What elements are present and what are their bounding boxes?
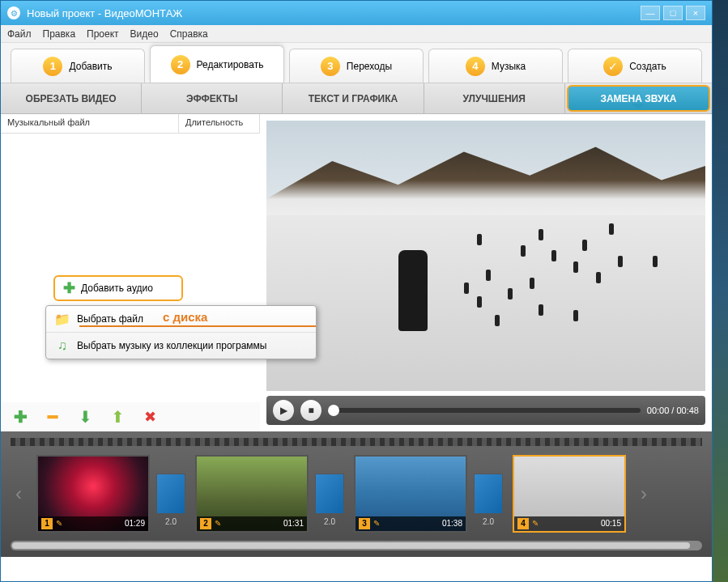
clip-2-time: 01:31 [283, 519, 304, 528]
step-4-icon: 4 [466, 57, 485, 76]
audio-list: ✚ Добавить аудио 📁 Выбрать файл ♫ Выбрат… [1, 134, 260, 402]
step-1-icon: 1 [43, 57, 62, 76]
titlebar: ⚙ Новый проект - ВидеоМОНТАЖ — □ × [1, 1, 712, 25]
tab-add[interactable]: 1 Добавить [11, 49, 145, 83]
clip-2[interactable]: 2 ✎ 01:31 [195, 455, 309, 533]
audio-list-panel: Музыкальный файл Длительность ✚ Добавить… [1, 114, 260, 431]
transition-2[interactable]: 2.0 [315, 474, 344, 514]
maximize-button[interactable]: □ [663, 6, 683, 20]
app-icon: ⚙ [7, 6, 20, 19]
subtab-trim[interactable]: ОБРЕЗАТЬ ВИДЕО [1, 83, 142, 113]
transition-1-label: 2.0 [157, 517, 185, 526]
step-tabs: 1 Добавить 2 Редактировать 3 Переходы 4 … [1, 43, 712, 83]
app-window: ⚙ Новый проект - ВидеоМОНТАЖ — □ × Файл … [0, 0, 713, 582]
music-icon: ♫ [54, 338, 70, 354]
main-area: Музыкальный файл Длительность ✚ Добавить… [1, 114, 712, 431]
step-2-icon: 2 [171, 55, 190, 74]
progress-thumb[interactable] [328, 405, 339, 416]
step-music-label: Музыка [492, 61, 526, 72]
subtab-effects[interactable]: ЭФФЕКТЫ [142, 83, 283, 113]
folder-icon: 📁 [54, 311, 70, 327]
list-actions: ✚ ━ ⬇ ⬆ ✖ [1, 402, 260, 431]
sub-tabs: ОБРЕЗАТЬ ВИДЕО ЭФФЕКТЫ ТЕКСТ И ГРАФИКА У… [1, 83, 712, 114]
progress-slider[interactable] [328, 408, 641, 413]
list-remove-button[interactable]: ━ [43, 407, 62, 427]
step-add-label: Добавить [69, 61, 112, 72]
clip-1[interactable]: 1 ✎ 01:29 [36, 455, 150, 533]
list-delete-button[interactable]: ✖ [140, 407, 160, 427]
close-button[interactable]: × [686, 6, 705, 20]
tab-edit[interactable]: 2 Редактировать [150, 45, 284, 83]
step-edit-label: Редактировать [197, 59, 264, 70]
subtab-improve[interactable]: УЛУЧШЕНИЯ [424, 83, 565, 113]
clip-3-num: 3 [359, 518, 370, 529]
timeline-prev[interactable]: ‹ [11, 469, 27, 518]
timeline-scroll-thumb[interactable] [12, 542, 690, 549]
subtab-text[interactable]: ТЕКСТ И ГРАФИКА [283, 83, 424, 113]
tab-create[interactable]: ✓ Создать [568, 49, 702, 83]
plus-icon: ✚ [62, 281, 76, 295]
annotation-text: с диска [163, 310, 207, 324]
add-audio-button[interactable]: ✚ Добавить аудио [53, 275, 183, 301]
col-file[interactable]: Музыкальный файл [1, 114, 179, 133]
step-transitions-label: Переходы [347, 61, 392, 72]
player-bar: ▶ ■ 00:00 / 00:48 [266, 396, 705, 425]
play-button[interactable]: ▶ [273, 400, 294, 421]
menu-video[interactable]: Видео [130, 28, 159, 40]
choose-collection-label: Выбрать музыку из коллекции программы [77, 340, 266, 351]
menu-project[interactable]: Проект [87, 28, 119, 40]
window-title: Новый проект - ВидеоМОНТАЖ [27, 7, 641, 19]
clip-3-edit-icon[interactable]: ✎ [373, 519, 380, 528]
clip-1-num: 1 [41, 518, 53, 529]
subtab-audio[interactable]: ЗАМЕНА ЗВУКА [567, 85, 710, 112]
clip-3-time: 01:38 [442, 519, 462, 528]
list-up-button[interactable]: ⬆ [108, 407, 127, 427]
clip-4-edit-icon[interactable]: ✎ [532, 519, 539, 528]
clip-3[interactable]: 3 ✎ 01:38 [354, 455, 467, 533]
menu-help[interactable]: Справка [170, 28, 208, 40]
film-strip-top [11, 438, 702, 446]
menu-choose-collection[interactable]: ♫ Выбрать музыку из коллекции программы [46, 333, 316, 359]
preview-area: ▶ ■ 00:00 / 00:48 [260, 114, 712, 431]
video-preview[interactable] [266, 121, 705, 391]
clip-4-num: 4 [517, 518, 529, 529]
tab-music[interactable]: 4 Музыка [428, 49, 563, 83]
transition-3[interactable]: 2.0 [474, 474, 503, 514]
list-add-button[interactable]: ✚ [11, 407, 30, 427]
clip-4[interactable]: 4 ✎ 00:15 [513, 455, 626, 533]
menu-file[interactable]: Файл [7, 28, 32, 40]
clip-4-time: 00:15 [601, 519, 621, 528]
clip-1-edit-icon[interactable]: ✎ [56, 519, 62, 528]
annotation-underline [79, 325, 316, 327]
list-header: Музыкальный файл Длительность [1, 114, 260, 134]
menubar: Файл Правка Проект Видео Справка [1, 25, 712, 43]
list-down-button[interactable]: ⬇ [75, 407, 95, 427]
step-check-icon: ✓ [603, 57, 623, 76]
step-create-label: Создать [629, 61, 666, 72]
timeline-next[interactable]: › [636, 469, 652, 518]
timeline-scrollbar[interactable] [11, 541, 702, 550]
clip-2-edit-icon[interactable]: ✎ [215, 519, 221, 528]
transition-2-label: 2.0 [316, 517, 343, 526]
clip-1-time: 01:29 [125, 519, 145, 528]
choose-file-label: Выбрать файл [77, 313, 143, 325]
preview-scene [266, 121, 705, 391]
transition-3-label: 2.0 [475, 517, 502, 526]
clip-2-num: 2 [200, 518, 211, 529]
add-audio-label: Добавить аудио [81, 283, 153, 294]
time-display: 00:00 / 00:48 [647, 406, 699, 415]
step-3-icon: 3 [321, 57, 340, 76]
tab-transitions[interactable]: 3 Переходы [289, 49, 424, 83]
clips-row: ‹ 1 ✎ 01:29 2.0 2 [11, 451, 702, 536]
minimize-button[interactable]: — [641, 6, 660, 20]
stop-button[interactable]: ■ [300, 400, 321, 421]
menu-edit[interactable]: Правка [43, 28, 76, 40]
transition-1[interactable]: 2.0 [156, 474, 185, 514]
timeline: ‹ 1 ✎ 01:29 2.0 2 [1, 431, 712, 557]
col-duration[interactable]: Длительность [179, 114, 260, 133]
